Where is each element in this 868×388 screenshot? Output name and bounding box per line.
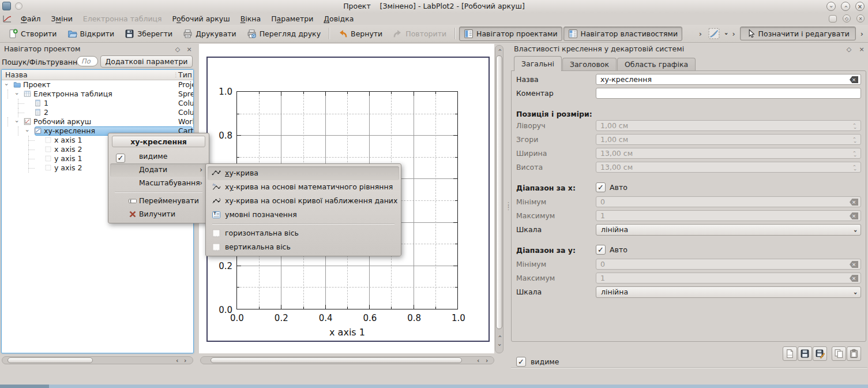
dock-float-icon[interactable]: ◇ xyxy=(173,44,182,54)
menu-file[interactable]: Файл xyxy=(16,13,46,24)
tab-Область графіка[interactable]: Область графіка xyxy=(617,58,696,71)
dock-close-icon[interactable]: × xyxy=(185,44,194,54)
submenu-item-vertical-axis[interactable]: вертикальна вісь xyxy=(208,240,399,254)
spin-down-icon[interactable]: › xyxy=(852,126,858,130)
top-spinbox[interactable]: 1,00 см›› xyxy=(596,134,861,145)
worksheet-vscrollbar[interactable]: › › › xyxy=(495,45,503,353)
tree-row[interactable]: 2Colu xyxy=(2,108,193,117)
toolbar-extension-chevron-icon[interactable]: › xyxy=(859,29,865,38)
menu-windows[interactable]: Вікна xyxy=(235,13,266,24)
submenu-item-horizontal-axis[interactable]: горизонтальна вісь xyxy=(208,226,399,240)
toolbar-extension-chevron-icon[interactable]: › xyxy=(698,29,703,38)
print-button[interactable]: Друкувати xyxy=(178,27,241,41)
x-scale-combobox[interactable]: лінійна› xyxy=(596,224,861,236)
new-icon xyxy=(8,29,18,39)
menu-worksheet[interactable]: Робочий аркуш xyxy=(167,13,235,24)
menu-help[interactable]: Довідка xyxy=(318,13,359,24)
expander-icon[interactable]: › xyxy=(26,126,28,135)
axis-icon xyxy=(44,155,52,162)
form-row-comment: Коментар xyxy=(512,88,866,99)
clear-text-icon[interactable]: × xyxy=(850,275,858,282)
left-spinbox[interactable]: 1,00 см›› xyxy=(596,120,861,131)
labplot-app-icon xyxy=(2,14,12,23)
menu-settings[interactable]: Параметри xyxy=(266,13,318,24)
submenu-item-legend[interactable]: Tумовні позначення xyxy=(208,208,399,222)
y-range-auto-checkbox[interactable]: ✓ xyxy=(596,245,606,255)
context-menu-item-visible[interactable]: ✓видиме xyxy=(110,150,207,163)
chevron-down-icon[interactable]: › xyxy=(725,30,728,38)
dock-float-icon[interactable]: ◇ xyxy=(844,44,854,54)
properties-explorer-button[interactable]: Навігатор властивостями xyxy=(563,27,683,41)
tree-row[interactable]: ›Робочий аркушWork xyxy=(2,117,193,126)
expander-icon[interactable]: › xyxy=(16,117,18,126)
advanced-options-button[interactable]: Додаткові параметри xyxy=(100,55,193,68)
context-menu-item-delete[interactable]: Вилучити xyxy=(110,208,207,221)
undo-button[interactable]: Вернути xyxy=(333,27,387,41)
expander-icon[interactable]: › xyxy=(16,89,18,98)
search-input[interactable] xyxy=(77,56,98,66)
name-input[interactable]: ху-креслення× xyxy=(596,74,861,85)
submenu-item-xy-equation-curve[interactable]: fxху-крива на основі математичного рівня… xyxy=(208,180,399,194)
submenu-item-xy-fit-curve[interactable]: ху-крива на основі кривої наближення дан… xyxy=(208,194,399,208)
redo-button[interactable]: Повторити xyxy=(388,27,451,41)
tree-row[interactable]: 1Colu xyxy=(2,99,193,108)
clear-text-icon[interactable]: × xyxy=(850,261,858,268)
x-range-auto-checkbox[interactable]: ✓ xyxy=(596,182,606,192)
comment-input[interactable] xyxy=(596,88,861,99)
tree-row[interactable]: ›ПроектProje xyxy=(2,80,193,89)
spin-down-icon[interactable]: › xyxy=(852,167,858,172)
dock-splitter-handle[interactable]: ⋮⋮ xyxy=(505,203,510,209)
context-menu-item-zoom[interactable]: Масштабування› xyxy=(110,177,207,190)
save-button[interactable]: Зберегти xyxy=(120,27,177,41)
clear-text-icon[interactable]: × xyxy=(850,199,858,206)
print-preview-button[interactable]: Перегляд друку xyxy=(242,27,325,41)
project-tree-hscrollbar[interactable]: ‹ › xyxy=(2,356,193,364)
submenu-item-xy-curve[interactable]: ху-крива xyxy=(208,166,399,180)
mdi-close-icon[interactable]: × xyxy=(856,14,865,23)
width-spinbox[interactable]: 13,00 см›› xyxy=(596,148,861,159)
save-label: Зберегти xyxy=(137,29,172,38)
x-axis-title: x axis 1 xyxy=(313,327,382,338)
load-template-button[interactable] xyxy=(783,346,797,361)
context-menu-item-rename[interactable]: Перейменувати xyxy=(110,195,207,208)
context-menu-item-add[interactable]: Додати› xyxy=(110,163,207,177)
toolbar-extension-chevron-icon[interactable]: › xyxy=(731,29,736,38)
clear-text-icon[interactable]: × xyxy=(850,212,858,219)
clear-text-icon[interactable]: × xyxy=(850,76,858,83)
project-explorer-button[interactable]: Навігатор проектами xyxy=(459,27,562,41)
x-min-input[interactable]: 0× xyxy=(596,196,861,207)
search-filter-label: Пошук/Фільтрування: xyxy=(2,58,84,66)
tree-row[interactable]: ›Електронна таблицяSpre xyxy=(2,89,193,99)
spin-down-icon[interactable]: › xyxy=(852,140,858,144)
tab-Загальні[interactable]: Загальні xyxy=(514,56,562,71)
open-button[interactable]: Відкрити xyxy=(63,27,119,41)
curve_tool-icon xyxy=(708,28,720,39)
new-curve-tool-button[interactable] xyxy=(707,27,722,40)
worksheet-hscrollbar[interactable]: ‹ › xyxy=(200,356,494,364)
y-min-input[interactable]: 0× xyxy=(596,259,861,270)
save-template-button[interactable] xyxy=(798,346,812,361)
x-max-input[interactable]: 1× xyxy=(596,210,861,221)
expander-icon[interactable]: › xyxy=(5,80,7,89)
properties-dock: Властивості креслення у декартовій систе… xyxy=(511,44,867,366)
project-explorer-label: Навігатор проектами xyxy=(476,29,557,38)
mdi-minimize-icon[interactable] xyxy=(829,15,837,23)
y-scale-combobox[interactable]: лінійна› xyxy=(596,286,861,298)
save-as-default-button[interactable] xyxy=(813,346,827,361)
dock-close-icon[interactable]: × xyxy=(857,44,866,54)
new-button[interactable]: Створити xyxy=(3,27,62,41)
y-max-input[interactable]: 1× xyxy=(596,273,861,283)
copy-button[interactable] xyxy=(832,346,846,361)
select-and-edit-mode-button[interactable]: Позначити і редагувати xyxy=(740,27,856,40)
minimize-icon[interactable]: › xyxy=(826,2,836,11)
tree-header[interactable]: Назва ⋮ Тип xyxy=(2,70,193,80)
mdi-restore-icon[interactable]: ◇ xyxy=(843,14,851,23)
spin-down-icon[interactable]: › xyxy=(852,154,858,158)
height-spinbox[interactable]: 13,00 см›› xyxy=(596,162,861,173)
close-icon[interactable]: × xyxy=(855,2,865,11)
menu-edit[interactable]: Зміни xyxy=(46,13,78,24)
tab-Заголовок[interactable]: Заголовок xyxy=(562,58,617,71)
visible-checkbox[interactable]: ✓ xyxy=(516,357,526,367)
maximize-icon[interactable]: › xyxy=(841,2,850,11)
paste-button[interactable] xyxy=(847,346,861,361)
